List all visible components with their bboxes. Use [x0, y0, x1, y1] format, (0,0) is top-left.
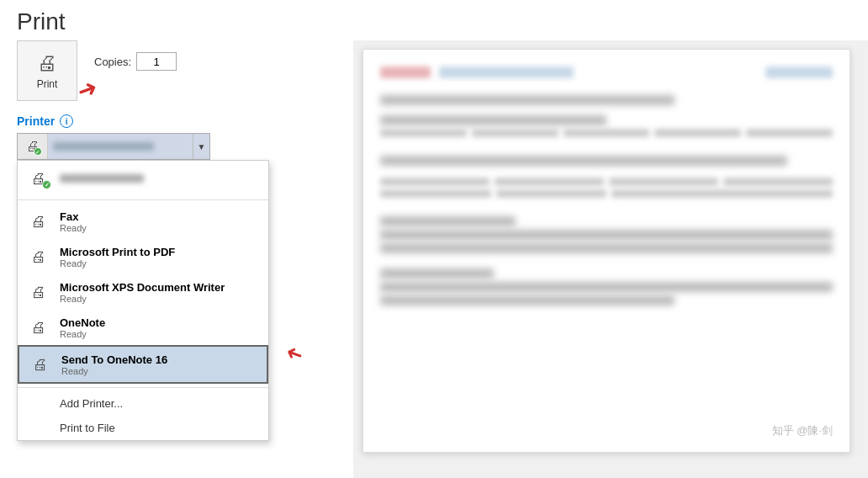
dropdown-item-pdf[interactable]: 🖨 Microsoft Print to PDF Ready — [18, 239, 268, 274]
printer-icon-onenote: 🖨 — [31, 319, 46, 337]
dropdown-text-pdf: Microsoft Print to PDF Ready — [60, 246, 175, 268]
printer-dropdown-menu: 🖨 🖨 Fax Ready — [17, 160, 269, 441]
dropdown-icon-pdf: 🖨 — [26, 244, 51, 269]
fax-name: Fax — [60, 210, 87, 223]
dropdown-action-add-printer[interactable]: Add Printer... — [18, 391, 268, 416]
preview-table-row-3 — [380, 189, 833, 198]
preview-blur-1 — [380, 95, 675, 105]
printer-icon: 🖨 — [37, 51, 57, 75]
green-check-badge: 🖨 — [26, 139, 40, 154]
watermark: 知乎 @陳·剑 — [772, 423, 833, 438]
onenote-arrow-hint: ➜ — [283, 339, 306, 367]
dropdown-item-onenote[interactable]: 🖨 OneNote Ready — [18, 310, 268, 345]
right-panel: 知乎 @陳·剑 — [353, 40, 868, 478]
printer-name-blur — [53, 142, 154, 151]
dropdown-item-onenote16[interactable]: 🖨 Send To OneNote 16 Ready — [18, 345, 268, 384]
preview-container: 知乎 @陳·剑 — [363, 49, 850, 453]
printer-dropdown-wrapper: 🖨 ▼ 🖨 — [17, 133, 336, 160]
preview-cell-12 — [611, 189, 833, 198]
printer-section-label: Printer i — [17, 114, 336, 128]
dropdown-arrow-icon[interactable]: ▼ — [193, 134, 209, 159]
print-button[interactable]: 🖨 Print — [17, 40, 77, 101]
print-button-label: Print — [37, 78, 58, 90]
onenote-status: Ready — [60, 329, 105, 339]
page-title: Print — [0, 0, 868, 40]
preview-body-line-3 — [380, 282, 833, 292]
dropdown-icon-fax: 🖨 — [26, 209, 51, 234]
pdf-name: Microsoft Print to PDF — [60, 246, 175, 258]
xps-name: Microsoft XPS Document Writer — [60, 281, 225, 294]
preview-section-title-3 — [380, 268, 494, 279]
preview-body-line-2 — [380, 243, 833, 253]
preview-body-line-1 — [380, 230, 833, 240]
printer-icon-pdf: 🖨 — [31, 248, 46, 266]
preview-section-4 — [380, 268, 833, 305]
preview-cell-6 — [380, 178, 490, 186]
pdf-status: Ready — [60, 258, 175, 268]
green-badge-current — [42, 180, 51, 189]
printer-name-text — [48, 134, 193, 159]
dropdown-item-icon-current: 🖨 — [26, 166, 51, 191]
green-dot — [34, 147, 42, 156]
dropdown-icon-onenote16: 🖨 — [28, 352, 53, 377]
preview-header-row — [380, 66, 833, 78]
info-icon[interactable]: i — [60, 114, 73, 128]
preview-cell-10 — [380, 189, 491, 198]
preview-header-block-1 — [380, 66, 431, 78]
dropdown-icon-onenote: 🖨 — [26, 315, 51, 340]
copies-input[interactable] — [136, 52, 177, 71]
preview-cell-2 — [472, 129, 558, 137]
left-panel: 🖨 Print Copies: ➜ Printer i 🖨 — [0, 40, 353, 478]
preview-section-2 — [380, 178, 833, 201]
onenote16-name: Send To OneNote 16 — [61, 353, 167, 366]
dropdown-item-text-current — [60, 174, 144, 183]
preview-section-3 — [380, 216, 833, 253]
dropdown-text-onenote16: Send To OneNote 16 Ready — [61, 353, 167, 376]
dropdown-text-fax: Fax Ready — [60, 210, 87, 233]
printer-icon-onenote16: 🖨 — [33, 356, 48, 374]
dropdown-text-onenote: OneNote Ready — [60, 316, 105, 339]
preview-header-block-3 — [765, 66, 833, 78]
preview-section-title-1 — [380, 115, 606, 125]
dropdown-icon-xps: 🖨 — [26, 279, 51, 305]
preview-table-row-2 — [380, 178, 833, 186]
dropdown-action-print-to-file[interactable]: Print to File — [18, 416, 268, 440]
onenote-name: OneNote — [60, 316, 105, 329]
current-printer-name-blur — [60, 174, 144, 183]
preview-table-row-1 — [380, 129, 833, 137]
printer-select-box[interactable]: 🖨 ▼ — [17, 133, 210, 160]
preview-body-line-4 — [380, 295, 675, 305]
fax-status: Ready — [60, 223, 87, 233]
preview-cell-4 — [654, 129, 741, 137]
onenote16-status: Ready — [61, 366, 167, 376]
dropdown-separator-1 — [18, 199, 268, 200]
xps-status: Ready — [60, 294, 225, 304]
preview-cell-3 — [564, 129, 650, 137]
preview-section-title-2 — [380, 216, 516, 226]
preview-cell-7 — [495, 178, 604, 186]
printer-icon-fax: 🖨 — [31, 213, 46, 231]
dropdown-separator-2 — [18, 387, 268, 388]
preview-section-1 — [380, 115, 833, 141]
copies-area: Copies: — [94, 40, 177, 71]
printer-select-icon-area: 🖨 — [18, 134, 48, 159]
dropdown-item-fax[interactable]: 🖨 Fax Ready — [18, 204, 268, 239]
preview-cell-11 — [496, 189, 607, 198]
preview-blur-2 — [380, 156, 787, 166]
printer-label-text: Printer — [17, 114, 55, 128]
print-button-area: 🖨 Print Copies: — [17, 40, 336, 101]
copies-label: Copies: — [94, 56, 131, 68]
preview-cell-8 — [609, 178, 718, 186]
dropdown-item-xps[interactable]: 🖨 Microsoft XPS Document Writer Ready — [18, 274, 268, 310]
preview-content — [380, 66, 833, 311]
preview-cell-9 — [723, 178, 833, 186]
preview-cell-1 — [380, 129, 467, 137]
dropdown-text-xps: Microsoft XPS Document Writer Ready — [60, 281, 225, 304]
preview-cell-5 — [746, 129, 833, 137]
printer-icon-xps: 🖨 — [31, 284, 46, 301]
preview-header-block-2 — [439, 66, 574, 78]
dropdown-item-current[interactable]: 🖨 — [18, 161, 268, 196]
